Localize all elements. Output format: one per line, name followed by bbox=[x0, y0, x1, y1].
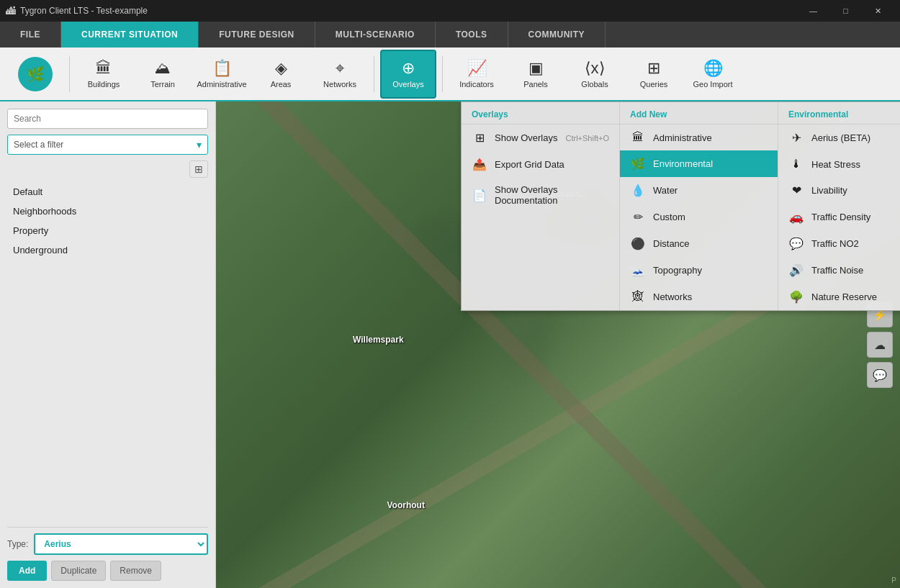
dd-item-icon: 🌿 bbox=[630, 157, 646, 171]
filter-label: Select a filter bbox=[14, 140, 63, 150]
map-chat-button[interactable]: 💬 bbox=[867, 362, 893, 388]
dropdown-item[interactable]: 🌿Environmental bbox=[620, 150, 778, 177]
title-text: Tygron Client LTS - Test-example bbox=[20, 6, 797, 16]
dd-item-icon: 🔊 bbox=[788, 263, 804, 277]
terrain-icon: ⛰ bbox=[155, 59, 171, 78]
remove-button[interactable]: Remove bbox=[110, 561, 161, 581]
tab-file[interactable]: FILE bbox=[0, 22, 61, 48]
toolbar-buildings-button[interactable]: 🏛Buildings bbox=[76, 50, 132, 99]
logo-button[interactable]: 🌿 bbox=[7, 50, 63, 99]
dd-item-icon: 🗻 bbox=[630, 263, 646, 277]
sidebar-item[interactable]: Underground bbox=[7, 240, 208, 260]
maximize-button[interactable]: □ bbox=[829, 0, 862, 22]
toolbar-separator bbox=[69, 56, 70, 92]
dropdown-item[interactable]: 📄Show Overlays Documentation bbox=[462, 178, 619, 212]
panels-icon: ▣ bbox=[528, 59, 544, 78]
dd-item-icon: 🚗 bbox=[788, 210, 804, 224]
dropdown-item[interactable]: ✈Aerius (BETA) bbox=[778, 125, 900, 151]
add-button[interactable]: Add bbox=[7, 561, 47, 581]
networks-icon: ⌖ bbox=[336, 59, 344, 78]
watermark: P bbox=[891, 576, 896, 584]
main-area: Select a filter ▾ ⊞ DefaultNeighborhoods… bbox=[0, 101, 900, 588]
dd-item-icon: 💧 bbox=[630, 184, 646, 197]
col-header-add-new: Add New bbox=[620, 102, 778, 125]
dd-item-icon: 🏛 bbox=[630, 131, 646, 144]
toolbar-indicators-button[interactable]: 📈Indicators bbox=[449, 50, 505, 99]
globals-icon: ⟨x⟩ bbox=[585, 59, 606, 78]
tab-community[interactable]: COMMUNITY bbox=[508, 22, 606, 48]
dd-item-icon: ❤ bbox=[788, 184, 804, 197]
areas-icon: ◈ bbox=[275, 59, 287, 78]
dropdown-item[interactable]: 🗻Topography bbox=[620, 257, 778, 284]
type-label: Type: bbox=[7, 539, 28, 549]
dropdown-menu[interactable]: Overlays ⊞Show OverlaysCtrl+Shift+O📤Expo… bbox=[461, 101, 900, 311]
dd-item-icon: 📄 bbox=[472, 189, 487, 202]
app-icon: 🏙 bbox=[6, 5, 16, 17]
type-row: Type: Aerius Heat Stress Livability Traf… bbox=[7, 533, 208, 555]
sidebar-item[interactable]: Property bbox=[7, 221, 208, 240]
overlays-icon: ⊕ bbox=[402, 59, 415, 78]
dropdown-item[interactable]: 🌳Nature Reserve bbox=[778, 284, 900, 310]
dd-item-icon: 🌡 bbox=[788, 158, 804, 171]
sidebar-add-icon-button[interactable]: ⊞ bbox=[189, 160, 208, 178]
toolbar: 🌿🏛Buildings⛰Terrain📋Administrative◈Areas… bbox=[0, 48, 900, 101]
col-header-environmental: Environmental bbox=[778, 102, 900, 125]
dropdown-item[interactable]: ⊞Show OverlaysCtrl+Shift+O bbox=[462, 125, 619, 151]
map-label: Willemspark bbox=[353, 335, 404, 345]
chevron-down-icon: ▾ bbox=[197, 139, 202, 150]
dd-item-icon: ✏ bbox=[630, 210, 646, 224]
dropdown-item[interactable]: 📤Export Grid Data bbox=[462, 151, 619, 178]
dropdown-item[interactable]: 🏛Administrative bbox=[620, 125, 778, 150]
sidebar-item[interactable]: Neighborhoods bbox=[7, 202, 208, 221]
dropdown-col-overlays: Overlays ⊞Show OverlaysCtrl+Shift+O📤Expo… bbox=[462, 102, 620, 310]
filter-dropdown[interactable]: Select a filter ▾ bbox=[7, 135, 208, 155]
tab-bar: FILECURRENT SITUATIONFUTURE DESIGNMULTI-… bbox=[0, 22, 900, 48]
dropdown-item[interactable]: 🚗Traffic Density bbox=[778, 204, 900, 230]
sidebar: Select a filter ▾ ⊞ DefaultNeighborhoods… bbox=[0, 101, 216, 588]
close-button[interactable]: ✕ bbox=[862, 0, 894, 22]
sidebar-footer: Type: Aerius Heat Stress Livability Traf… bbox=[7, 527, 208, 581]
toolbar-geo-import-button[interactable]: 🌐Geo Import bbox=[685, 50, 741, 99]
map-cloud-button[interactable]: ☁ bbox=[867, 332, 893, 358]
map-area[interactable]: Nassaub...WillemsparkVoorhout Overlays ⊞… bbox=[216, 101, 900, 588]
tab-multi-scenario[interactable]: MULTI-SCENARIO bbox=[315, 22, 436, 48]
dropdown-item[interactable]: 🌡Heat Stress bbox=[778, 151, 900, 177]
dropdown-item[interactable]: 💬Traffic NO2 bbox=[778, 230, 900, 257]
map-label: Voorhout bbox=[387, 500, 425, 510]
dropdown-item[interactable]: 🔊Traffic Noise bbox=[778, 257, 900, 284]
dropdown-item[interactable]: ✏Custom bbox=[620, 204, 778, 230]
tab-future-design[interactable]: FUTURE DESIGN bbox=[199, 22, 315, 48]
toolbar-globals-button[interactable]: ⟨x⟩Globals bbox=[567, 50, 623, 99]
dd-item-icon: ⚫ bbox=[630, 237, 646, 250]
toolbar-panels-button[interactable]: ▣Panels bbox=[508, 50, 564, 99]
dd-col2-items: 🏛Administrative🌿Environmental💧Water✏Cust… bbox=[620, 125, 778, 309]
sidebar-item[interactable]: Default bbox=[7, 182, 208, 202]
tab-tools[interactable]: TOOLS bbox=[436, 22, 508, 48]
search-input[interactable] bbox=[7, 109, 208, 129]
indicators-icon: 📈 bbox=[467, 59, 487, 78]
map-right-buttons: ⚡ ☁ 💬 bbox=[867, 302, 893, 388]
minimize-button[interactable]: — bbox=[797, 0, 829, 22]
col-header-overlays: Overlays bbox=[462, 102, 619, 125]
toolbar-networks-button[interactable]: ⌖Networks bbox=[312, 50, 368, 99]
dd-item-icon: ⊞ bbox=[472, 131, 487, 145]
tab-current-situation[interactable]: CURRENT SITUATION bbox=[61, 22, 199, 48]
toolbar-terrain-button[interactable]: ⛰Terrain bbox=[135, 50, 191, 99]
dd-item-icon: 🌳 bbox=[788, 290, 804, 304]
geo-import-icon: 🌐 bbox=[703, 59, 723, 78]
toolbar-administrative-button[interactable]: 📋Administrative bbox=[194, 50, 250, 99]
toolbar-overlays-button[interactable]: ⊕Overlays bbox=[380, 50, 436, 99]
toolbar-queries-button[interactable]: ⊞Queries bbox=[626, 50, 682, 99]
dd-item-icon: 📤 bbox=[472, 158, 487, 171]
dropdown-item[interactable]: 🕸Networks bbox=[620, 284, 778, 309]
duplicate-button[interactable]: Duplicate bbox=[51, 561, 106, 581]
toolbar-areas-button[interactable]: ◈Areas bbox=[253, 50, 309, 99]
dropdown-item[interactable]: ❤Livability bbox=[778, 177, 900, 204]
dropdown-item[interactable]: 💧Water bbox=[620, 177, 778, 204]
administrative-icon: 📋 bbox=[212, 59, 232, 78]
toolbar-separator bbox=[374, 56, 374, 92]
dropdown-item[interactable]: ⚫Distance bbox=[620, 230, 778, 257]
type-select[interactable]: Aerius Heat Stress Livability Traffic De… bbox=[34, 533, 208, 555]
sidebar-list: DefaultNeighborhoodsPropertyUnderground bbox=[7, 182, 208, 521]
dd-col1-items: ⊞Show OverlaysCtrl+Shift+O📤Export Grid D… bbox=[462, 125, 619, 212]
